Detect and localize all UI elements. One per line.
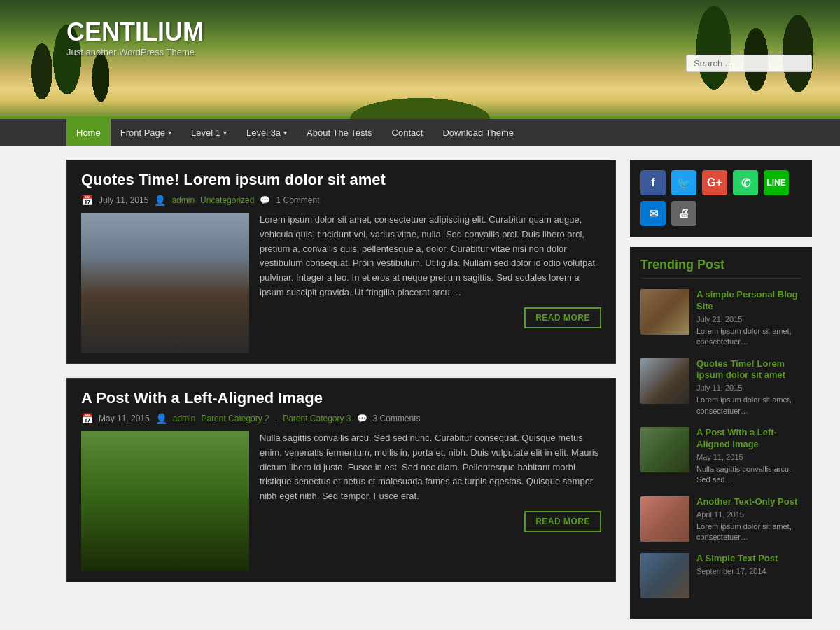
email-icon[interactable]: ✉ <box>640 201 666 226</box>
post-excerpt: Nulla sagittis convallis arcu. Sed sed n… <box>260 431 601 504</box>
comment-icon: 💬 <box>357 414 368 424</box>
trending-content: A Simple Text Post September 17, 2014 <box>696 553 802 578</box>
read-more-button[interactable]: READ MORE <box>524 307 601 328</box>
line-icon[interactable]: LINE <box>764 170 789 195</box>
read-more-button[interactable]: READ MORE <box>524 511 601 532</box>
trending-content: A Post With a Left-Aligned Image May 11,… <box>696 427 802 486</box>
post-header: Quotes Time! Lorem ipsum dolor sit amet … <box>67 160 615 213</box>
post-date: May 11, 2015 <box>99 414 150 424</box>
sidebar: f 🐦 G+ ✆ LINE ✉ 🖨 Trending Post A simple… <box>630 160 840 620</box>
trending-content: Quotes Time! Lorem ipsum dolor sit amet … <box>696 358 802 417</box>
nav-front-page[interactable]: Front Page ▾ <box>111 119 181 146</box>
trending-thumbnail <box>640 553 690 598</box>
trending-post-title[interactable]: A simple Personal Blog Site <box>696 289 802 313</box>
trending-item: Quotes Time! Lorem ipsum dolor sit amet … <box>640 358 802 417</box>
trending-item: A Post With a Left-Aligned Image May 11,… <box>640 427 802 486</box>
post-header: A Post With a Left-Aligned Image 📅 May 1… <box>67 379 615 431</box>
post-body: Nulla sagittis convallis arcu. Sed sed n… <box>67 431 615 582</box>
trending-content: A simple Personal Blog Site July 21, 201… <box>696 289 802 348</box>
post-image <box>81 213 249 353</box>
trending-content: Another Text-Only Post April 11, 2015 Lo… <box>696 496 802 543</box>
post-author[interactable]: admin <box>172 195 195 205</box>
user-icon: 👤 <box>154 195 166 206</box>
social-bar: f 🐦 G+ ✆ LINE ✉ 🖨 <box>630 160 812 237</box>
trending-date: July 21, 2015 <box>696 315 802 323</box>
trending-date: July 11, 2015 <box>696 384 802 392</box>
image-placeholder <box>81 213 249 353</box>
trending-date: April 11, 2015 <box>696 510 802 519</box>
page-layout: Quotes Time! Lorem ipsum dolor sit amet … <box>0 146 840 630</box>
trending-item: A Simple Text Post September 17, 2014 <box>640 553 802 598</box>
trending-title: Trending Post <box>640 258 802 279</box>
facebook-icon[interactable]: f <box>640 170 666 195</box>
nav-contact[interactable]: Contact <box>382 119 433 146</box>
trending-item: A simple Personal Blog Site July 21, 201… <box>640 289 802 348</box>
trending-post-title[interactable]: Another Text-Only Post <box>696 496 802 508</box>
calendar-icon: 📅 <box>81 413 93 424</box>
user-icon: 👤 <box>155 413 167 424</box>
post-text: Lorem ipsum dolor sit amet, consectetuer… <box>260 213 601 353</box>
post-title[interactable]: Quotes Time! Lorem ipsum dolor sit amet <box>81 171 601 189</box>
post-category[interactable]: Uncategorized <box>200 195 254 205</box>
post-title[interactable]: A Post With a Left-Aligned Image <box>81 389 601 407</box>
post-category1[interactable]: Parent Category 2 <box>201 414 269 424</box>
post-comments[interactable]: 3 Comments <box>373 414 421 424</box>
site-tagline: Just another WordPress Theme <box>66 47 204 57</box>
site-header: CENTILIUM Just another WordPress Theme <box>0 0 840 119</box>
post-meta: 📅 July 11, 2015 👤 admin Uncategorized 💬 … <box>81 195 601 206</box>
calendar-icon: 📅 <box>81 195 93 206</box>
post-image <box>81 431 249 571</box>
trending-post-title[interactable]: A Post With a Left-Aligned Image <box>696 427 802 451</box>
nav-level1[interactable]: Level 1 ▾ <box>181 119 237 146</box>
trending-thumbnail <box>640 289 690 335</box>
trending-excerpt: Lorem ipsum dolor sit amet, consectetuer… <box>696 522 802 543</box>
nav-home[interactable]: Home <box>66 119 111 146</box>
trending-date: May 11, 2015 <box>696 453 802 461</box>
post-author[interactable]: admin <box>173 414 196 424</box>
trending-post-title[interactable]: A Simple Text Post <box>696 553 802 565</box>
trending-item: Another Text-Only Post April 11, 2015 Lo… <box>640 496 802 543</box>
post-card: A Post With a Left-Aligned Image 📅 May 1… <box>66 378 616 582</box>
chevron-down-icon: ▾ <box>284 129 287 136</box>
post-text: Nulla sagittis convallis arcu. Sed sed n… <box>260 431 601 571</box>
trending-thumbnail <box>640 358 690 404</box>
trending-excerpt: Lorem ipsum dolor sit amet, consectetuer… <box>696 326 802 348</box>
trending-thumbnail <box>640 496 690 542</box>
read-more-wrap: READ MORE <box>260 504 601 532</box>
read-more-wrap: READ MORE <box>260 300 601 328</box>
chevron-down-icon: ▾ <box>168 129 172 136</box>
site-brand: CENTILIUM Just another WordPress Theme <box>66 18 204 57</box>
post-card: Quotes Time! Lorem ipsum dolor sit amet … <box>66 160 616 364</box>
trending-thumbnail <box>640 427 690 472</box>
chevron-down-icon: ▾ <box>223 129 227 136</box>
search-form <box>686 55 812 72</box>
comment-icon: 💬 <box>260 195 270 205</box>
trending-excerpt: Lorem ipsum dolor sit amet, consectetuer… <box>696 395 802 416</box>
post-comments[interactable]: 1 Comment <box>276 195 319 205</box>
googleplus-icon[interactable]: G+ <box>702 170 727 195</box>
post-excerpt: Lorem ipsum dolor sit amet, consectetuer… <box>260 213 601 300</box>
trending-date: September 17, 2014 <box>696 567 802 575</box>
nav-download-theme[interactable]: Download Theme <box>433 119 524 146</box>
trending-excerpt: Nulla sagittis convallis arcu. Sed sed… <box>696 464 802 486</box>
search-input[interactable] <box>686 55 812 72</box>
trending-post-title[interactable]: Quotes Time! Lorem ipsum dolor sit amet <box>696 358 802 382</box>
whatsapp-icon[interactable]: ✆ <box>733 170 758 195</box>
site-title[interactable]: CENTILIUM <box>66 18 204 47</box>
trending-box: Trending Post A simple Personal Blog Sit… <box>630 247 812 620</box>
image-placeholder <box>81 431 249 571</box>
nav-about-tests[interactable]: About The Tests <box>297 119 382 146</box>
post-date: July 11, 2015 <box>99 195 148 205</box>
nav-level3a[interactable]: Level 3a ▾ <box>237 119 297 146</box>
post-category2[interactable]: Parent Category 3 <box>283 414 351 424</box>
post-meta: 📅 May 11, 2015 👤 admin Parent Category 2… <box>81 413 601 424</box>
main-nav: Home Front Page ▾ Level 1 ▾ Level 3a ▾ A… <box>0 119 840 146</box>
print-icon[interactable]: 🖨 <box>671 201 696 226</box>
post-body: Lorem ipsum dolor sit amet, consectetuer… <box>67 213 615 363</box>
main-content: Quotes Time! Lorem ipsum dolor sit amet … <box>0 160 616 620</box>
twitter-icon[interactable]: 🐦 <box>671 170 696 195</box>
